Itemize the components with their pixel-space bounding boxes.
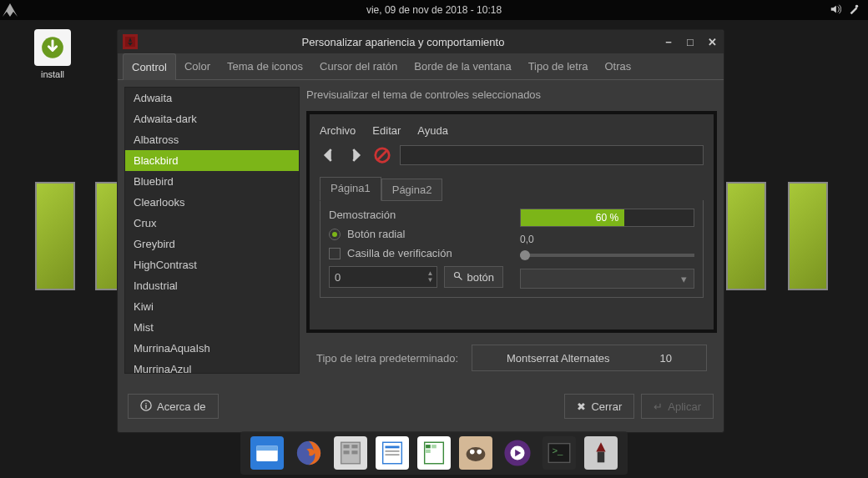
theme-item[interactable]: Clearlooks bbox=[125, 192, 299, 213]
radio-option[interactable]: Botón radial bbox=[329, 228, 503, 240]
svg-text:>_: >_ bbox=[553, 445, 564, 455]
theme-list[interactable]: AdwaitaAdwaita-darkAlbatrossBlackbirdBlu… bbox=[124, 87, 300, 374]
about-button[interactable]: i Acerca de bbox=[128, 394, 219, 419]
svg-rect-23 bbox=[431, 445, 437, 448]
titlebar[interactable]: Personalizar apariencia y comportamiento… bbox=[118, 30, 724, 53]
dock-media[interactable] bbox=[501, 436, 534, 470]
theme-item[interactable]: MurrinaAquaIsh bbox=[125, 338, 299, 359]
tab-tipo-de-letra[interactable]: Tipo de letra bbox=[520, 53, 597, 79]
download-icon bbox=[34, 29, 71, 66]
close-button[interactable]: ✖ Cerrar bbox=[564, 394, 634, 419]
theme-item[interactable]: Greybird bbox=[125, 234, 299, 254]
theme-item[interactable]: Mist bbox=[125, 317, 299, 338]
theme-item[interactable]: Bluebird bbox=[125, 171, 299, 192]
svg-line-4 bbox=[378, 151, 387, 160]
apply-button[interactable]: ↵ Aplicar bbox=[641, 394, 714, 419]
svg-line-6 bbox=[459, 276, 462, 279]
tab-cursor-del-ratón[interactable]: Cursor del ratón bbox=[311, 53, 406, 79]
svg-rect-24 bbox=[426, 450, 431, 453]
theme-item[interactable]: Blackbird bbox=[125, 150, 299, 171]
font-size: 10 bbox=[660, 352, 672, 365]
demo-title: Demostración bbox=[329, 209, 503, 221]
install-launcher[interactable]: install bbox=[32, 29, 73, 79]
app-icon bbox=[123, 34, 138, 49]
main-tabs: ControlColorTema de iconosCursor del rat… bbox=[118, 53, 724, 80]
spin-input[interactable]: 0▲▼ bbox=[329, 266, 437, 288]
appearance-window: Personalizar apariencia y comportamiento… bbox=[117, 29, 724, 433]
radio-label: Botón radial bbox=[347, 228, 405, 240]
dock-calc[interactable] bbox=[417, 436, 451, 470]
checkbox-icon bbox=[329, 248, 341, 259]
tab-otras[interactable]: Otras bbox=[596, 53, 639, 79]
maximize-button[interactable]: □ bbox=[684, 35, 697, 48]
close-window-button[interactable]: ✕ bbox=[705, 35, 719, 48]
distro-logo-icon[interactable] bbox=[0, 0, 20, 20]
clock[interactable]: vie, 09 de nov de 2018 - 10:18 bbox=[366, 4, 502, 16]
checkbox-option[interactable]: Casilla de verificación bbox=[329, 247, 503, 259]
dock-writer[interactable] bbox=[376, 436, 409, 470]
search-button[interactable]: botón bbox=[444, 266, 503, 288]
font-picker-button[interactable]: Montserrat Alternates 10 bbox=[472, 345, 707, 371]
svg-rect-16 bbox=[351, 450, 357, 454]
svg-rect-20 bbox=[386, 454, 400, 455]
info-icon: i bbox=[140, 400, 152, 414]
preview-menu-item[interactable]: Ayuda bbox=[417, 124, 448, 137]
theme-item[interactable]: Industrial bbox=[125, 275, 299, 296]
settings-tray-icon[interactable] bbox=[848, 3, 860, 18]
minimize-button[interactable]: − bbox=[662, 35, 675, 48]
dock-files[interactable] bbox=[250, 436, 284, 470]
chevron-down-icon: ▾ bbox=[681, 273, 687, 285]
svg-rect-10 bbox=[256, 446, 278, 451]
checkbox-label: Casilla de verificación bbox=[347, 247, 452, 259]
back-icon[interactable] bbox=[320, 146, 338, 164]
svg-point-0 bbox=[855, 4, 859, 8]
scale-value: 0,0 bbox=[520, 234, 694, 245]
radio-icon bbox=[329, 229, 341, 240]
svg-rect-22 bbox=[426, 445, 431, 448]
dock-firefox[interactable] bbox=[292, 436, 326, 470]
svg-point-26 bbox=[470, 450, 475, 455]
preview-tab[interactable]: Página2 bbox=[381, 179, 443, 201]
dock-gimp[interactable] bbox=[459, 436, 492, 470]
forward-icon[interactable] bbox=[346, 146, 365, 164]
tab-control[interactable]: Control bbox=[123, 53, 176, 80]
theme-item[interactable]: Adwaita bbox=[125, 88, 299, 108]
preview-menu-item[interactable]: Editar bbox=[372, 124, 401, 137]
theme-item[interactable]: HighContrast bbox=[125, 254, 299, 275]
volume-icon[interactable] bbox=[830, 3, 841, 18]
tab-borde-de-la-ventana[interactable]: Borde de la ventana bbox=[406, 53, 519, 79]
theme-item[interactable]: Adwaita-dark bbox=[125, 108, 299, 129]
tab-color[interactable]: Color bbox=[176, 53, 219, 79]
svg-rect-14 bbox=[351, 445, 357, 448]
theme-item[interactable]: Crux bbox=[125, 213, 299, 234]
stop-icon[interactable] bbox=[373, 146, 391, 164]
window-title: Personalizar apariencia y comportamiento bbox=[144, 36, 662, 48]
top-panel: vie, 09 de nov de 2018 - 10:18 bbox=[0, 0, 868, 20]
default-font-label: Tipo de letra predeterminado: bbox=[316, 352, 458, 365]
theme-item[interactable]: Albatross bbox=[125, 129, 299, 150]
progress-bar: 60 % bbox=[520, 209, 694, 227]
dock-archive[interactable] bbox=[334, 436, 367, 470]
svg-point-27 bbox=[477, 450, 482, 455]
slider[interactable] bbox=[520, 254, 694, 257]
preview-box: ArchivoEditarAyuda Página1Página2 Demost… bbox=[306, 111, 717, 333]
dock-terminal[interactable]: >_ bbox=[542, 436, 576, 470]
preview-tab[interactable]: Página1 bbox=[320, 177, 381, 201]
apply-icon: ↵ bbox=[654, 400, 663, 413]
url-input[interactable] bbox=[400, 145, 704, 165]
svg-text:i: i bbox=[145, 401, 147, 410]
tab-tema-de-iconos[interactable]: Tema de iconos bbox=[219, 53, 311, 79]
search-icon bbox=[453, 271, 463, 284]
install-label: install bbox=[41, 69, 64, 79]
close-icon: ✖ bbox=[577, 400, 586, 413]
svg-rect-32 bbox=[598, 452, 605, 463]
svg-rect-19 bbox=[386, 450, 400, 451]
theme-item[interactable]: MurrinaAzul bbox=[125, 359, 299, 374]
theme-item[interactable]: Kiwi bbox=[125, 296, 299, 317]
preview-label: Previsualizar el tema de controles selec… bbox=[306, 87, 717, 104]
preview-menu-item[interactable]: Archivo bbox=[320, 124, 356, 137]
svg-rect-18 bbox=[386, 446, 400, 449]
dock-appearance[interactable] bbox=[584, 436, 618, 470]
svg-point-25 bbox=[467, 447, 486, 461]
combobox[interactable]: ▾ bbox=[520, 269, 694, 289]
